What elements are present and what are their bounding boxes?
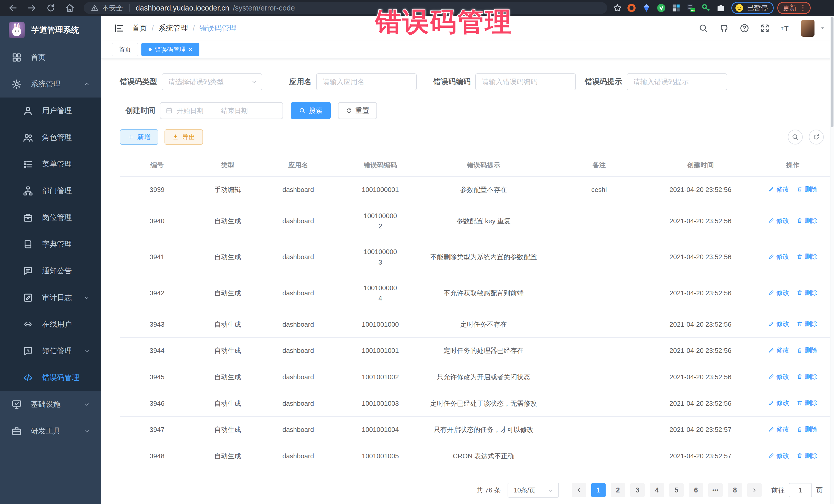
sidebar-item-label: 菜单管理 [42,159,72,169]
security-label[interactable]: 不安全 [102,3,123,13]
collapse-menu-icon[interactable] [113,23,125,34]
bookmark-star-icon[interactable] [613,3,622,13]
chevron-down-icon[interactable] [820,26,825,31]
scrollbar[interactable] [830,16,834,504]
github-icon[interactable] [719,23,729,33]
chevron-up-icon [83,81,90,88]
trash-icon [796,426,803,432]
sidebar-item-devtool[interactable]: 研发工具 [0,418,101,444]
back-icon[interactable] [8,3,18,13]
add-button[interactable]: 新增 [120,129,158,145]
filter-input [316,73,417,90]
user-avatar[interactable] [801,20,814,37]
delete-link[interactable]: 删除 [796,319,817,329]
close-icon[interactable]: × [189,46,192,52]
sidebar-item-user[interactable]: 用户管理 [0,97,101,124]
edit-link[interactable]: 修改 [768,216,789,225]
edit-link[interactable]: 修改 [768,372,789,381]
sidebar-item-infra[interactable]: 基础设施 [0,391,101,418]
page-size-select[interactable]: 10条/页 [508,483,559,498]
filter-text-input[interactable] [475,73,576,90]
sidebar-item-sms[interactable]: 短信管理 [0,338,101,365]
delete-link[interactable]: 删除 [796,451,817,461]
filter-text-input[interactable] [316,73,417,90]
sidebar-item-home[interactable]: 首页 [0,44,101,71]
edit-link[interactable]: 修改 [768,424,789,434]
cell-memo [542,337,656,364]
sidebar-item-system[interactable]: 系统管理 [0,71,101,97]
font-size-icon[interactable]: TT [781,23,790,33]
sidebar-item-dict[interactable]: 字典管理 [0,231,101,258]
scrollbar-thumb[interactable] [831,17,833,127]
search-button[interactable]: 搜索 [291,102,331,119]
edit-link[interactable]: 修改 [768,251,789,262]
puzzle-extension-icon[interactable] [716,3,726,13]
address-bar[interactable]: 不安全 dashboard.yudao.iocoder.cn/system/er… [84,2,607,14]
delete-link[interactable]: 删除 [796,398,817,408]
tab-error-code[interactable]: 错误码管理 × [141,43,199,56]
fullscreen-icon[interactable] [760,23,770,33]
tab-home[interactable]: 首页 [112,43,138,56]
edit-link[interactable]: 修改 [768,319,789,329]
sidebar-item-errcode[interactable]: 错误码管理 [0,365,101,391]
page-button-1[interactable]: 1 [591,483,606,497]
edit-link[interactable]: 修改 [768,398,789,408]
logo-row[interactable]: 芋道管理系统 [0,16,101,44]
date-start-placeholder[interactable]: 开始日期 [177,106,203,115]
sidebar-item-role[interactable]: 角色管理 [0,124,101,151]
paused-extension-badge[interactable]: 已暂停 [731,2,774,14]
page-button-4[interactable]: 4 [650,483,664,497]
breadcrumb-system[interactable]: 系统管理 [158,23,188,34]
page-button-2[interactable]: 2 [611,483,625,497]
sidebar-item-online[interactable]: 在线用户 [0,311,101,338]
delete-link[interactable]: 删除 [796,184,817,194]
blue-gem-extension-icon[interactable] [641,3,651,13]
prev-page-button[interactable] [572,483,586,497]
sidebar-item-post[interactable]: 岗位管理 [0,204,101,231]
date-range-picker[interactable]: 开始日期 - 结束日期 [160,102,283,119]
edit-link[interactable]: 修改 [768,451,789,461]
date-end-placeholder[interactable]: 结束日期 [221,106,248,115]
table-row: 3945自动生成dashboard1001001002只允许修改为开启或者关闭状… [120,364,834,390]
browser-update-button[interactable]: 更新 [777,2,811,14]
more-pages-button[interactable]: ••• [708,483,723,497]
export-button[interactable]: 导出 [164,129,203,145]
reset-button[interactable]: 重置 [338,102,377,119]
help-icon[interactable] [740,23,749,33]
forward-icon[interactable] [27,3,37,13]
proxy-on-extension-icon[interactable]: on [686,3,696,13]
goto-page-input[interactable] [789,483,812,497]
delete-link[interactable]: 删除 [796,345,817,355]
edit-link[interactable]: 修改 [768,345,789,355]
home-icon[interactable] [65,3,75,13]
edit-link[interactable]: 修改 [768,184,789,194]
page-button-8[interactable]: 8 [728,483,742,497]
filter-text-input[interactable] [627,73,727,90]
system-submenu: 用户管理角色管理菜单管理部门管理岗位管理字典管理通知公告审计日志在线用户短信管理… [0,97,101,391]
breadcrumb-home[interactable]: 首页 [132,23,147,34]
next-page-button[interactable] [747,483,762,497]
error-code-type-select[interactable] [162,73,262,90]
delete-link[interactable]: 删除 [796,216,817,225]
green-key-extension-icon[interactable] [701,3,711,13]
green-check-extension-icon[interactable] [656,3,666,13]
page-button-3[interactable]: 3 [630,483,644,497]
sidebar-item-audit[interactable]: 审计日志 [0,284,101,311]
show-search-button[interactable] [788,130,803,145]
blue-tiles-extension-icon[interactable] [671,3,681,13]
refresh-icon[interactable] [46,3,56,13]
delete-link[interactable]: 删除 [796,288,817,298]
sidebar-item-notice[interactable]: 通知公告 [0,258,101,284]
sidebar-item-menu[interactable]: 菜单管理 [0,151,101,178]
refresh-table-button[interactable] [809,130,824,145]
sidebar-item-dept[interactable]: 部门管理 [0,178,101,204]
search-icon[interactable] [699,23,708,33]
delete-link[interactable]: 删除 [796,251,817,262]
kebab-menu-icon[interactable] [799,4,807,12]
delete-link[interactable]: 删除 [796,372,817,381]
page-button-6[interactable]: 6 [689,483,703,497]
page-button-5[interactable]: 5 [669,483,684,497]
delete-link[interactable]: 删除 [796,424,817,434]
edit-link[interactable]: 修改 [768,288,789,298]
orange-ring-extension-icon[interactable] [627,3,636,13]
